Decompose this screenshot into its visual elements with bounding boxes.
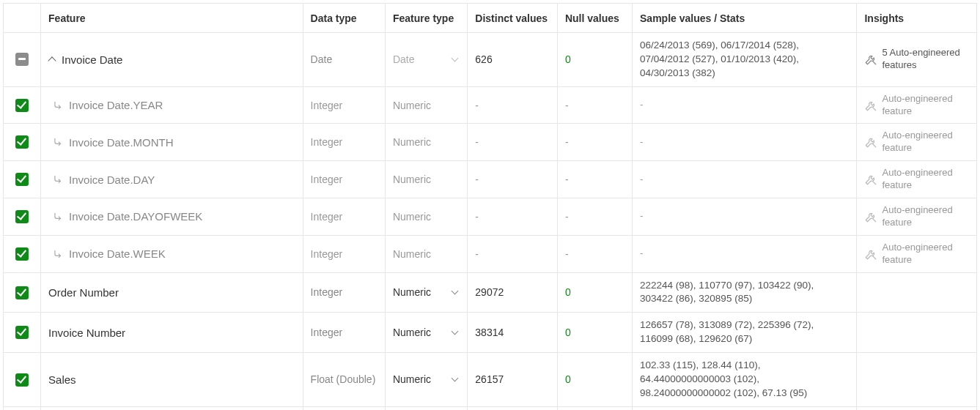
sample-values-cell: - [633,198,857,236]
table-row: Invoice Date.DAYIntegerNumeric---Auto-en… [4,161,977,198]
sample-values-cell: - [633,86,857,124]
feature-name-label: Invoice Date [62,53,122,66]
col-insights: Insights [857,4,977,33]
feature-cell: Invoice Date.DAY [41,161,303,198]
table-row: Invoice Date.MONTHIntegerNumeric---Auto-… [4,124,977,161]
insight-badge: Auto-engineered feature [864,167,969,192]
distinct-values-cell: 29072 [468,272,558,313]
table-row: Invoice NumberIntegerNumeric383140126657… [4,313,977,353]
insight-text: Auto-engineered feature [882,242,969,266]
null-values-cell: 0 [557,272,632,313]
table-row: Order NumberIntegerNumeric290720222244 (… [4,272,977,313]
insight-badge: Auto-engineered feature [864,130,969,154]
data-type-cell: Integer [303,235,385,272]
feature-type-cell[interactable]: Numeric [385,353,467,407]
feature-type-cell[interactable]: Numeric [385,313,467,353]
insights-cell: Auto-engineered feature [857,86,977,124]
feature-type-cell[interactable]: Numeric [385,406,467,410]
feature-name-label: Sales [48,373,76,386]
sub-arrow-icon [53,212,63,222]
row-checkbox[interactable] [15,135,29,149]
row-checkbox[interactable] [15,326,29,339]
feature-name-label: Invoice Date.MONTH [69,136,174,149]
feature-type-label: Numeric [393,136,431,148]
feature-cell: Invoice Date.WEEK [41,235,303,272]
feature-type-select[interactable]: Numeric [393,373,460,385]
row-checkbox[interactable] [15,99,29,112]
table-row: Invoice Date.WEEKIntegerNumeric---Auto-e… [4,235,977,272]
feature-type-label: Numeric [393,211,431,223]
feature-name-label: Invoice Date.DAYOFWEEK [69,210,202,223]
insights-cell [857,406,977,410]
row-checkbox[interactable] [15,247,29,261]
null-values-cell: - [557,86,632,124]
null-values-cell: - [557,198,632,236]
feature-type-select[interactable]: Date [393,53,460,65]
insights-cell [857,313,977,353]
null-values-cell: 0 [557,406,632,410]
null-values-cell: 0 [557,313,632,353]
row-select-cell [4,198,41,236]
col-nulls: Null values [557,4,632,33]
insight-text: Auto-engineered feature [882,167,969,192]
feature-cell: Invoice Date.MONTH [41,124,303,161]
distinct-values-cell: - [468,198,558,236]
feature-type-label: Numeric [393,248,431,260]
expand-caret-icon[interactable] [48,56,56,63]
feature-type-select[interactable]: Numeric [393,327,460,338]
sub-arrow-icon [53,100,63,111]
row-checkbox[interactable] [15,53,29,66]
feature-type-select[interactable]: Numeric [393,286,460,298]
feature-cell: Order Number [41,272,303,313]
feature-type-label: Numeric [393,373,431,385]
insight-badge: 5 Auto-engineered features [864,47,969,72]
row-checkbox[interactable] [15,210,29,223]
col-distinct: Distinct values [468,4,558,33]
sample-values-cell: 102.33 (115), 128.44 (110), 64.440000000… [633,353,857,407]
distinct-values-cell: 26157 [468,353,558,407]
feature-type-cell: Numeric [385,235,467,272]
feature-name-label: Invoice Date.WEEK [69,247,166,260]
data-type-cell: Integer [303,272,385,313]
null-values-cell: - [557,161,632,198]
feature-type-label: Date [393,53,415,65]
feature-type-cell[interactable]: Numeric [385,272,467,313]
feature-type-label: Numeric [393,327,431,338]
distinct-values-cell: - [468,235,558,272]
row-select-cell [4,313,41,353]
col-feature-type: Feature type [385,4,467,33]
feature-type-label: Numeric [393,174,431,185]
row-select-cell [4,33,41,87]
table-row: Invoice Date.DAYOFWEEKIntegerNumeric---A… [4,198,977,236]
row-select-cell [4,406,41,410]
feature-name-label: Invoice Date.DAY [69,174,155,186]
data-type-cell: Integer [303,313,385,353]
feature-cell: Invoice Date.DAYOFWEEK [41,198,303,236]
null-values-cell: 0 [557,353,632,407]
wrench-icon [864,247,877,261]
distinct-values-cell: - [468,86,558,124]
distinct-values-cell: 38314 [468,313,558,353]
row-checkbox[interactable] [15,173,29,186]
chevron-down-icon [451,55,460,64]
col-sample: Sample values / Stats [633,4,857,33]
sub-arrow-icon [53,249,63,259]
sample-values-cell: 1 (47226), 2 (17740), 3 (6378), 4 (4520)… [633,406,857,410]
data-type-cell: Integer [303,86,385,124]
sample-values-cell: - [633,124,857,161]
row-checkbox[interactable] [15,373,29,387]
sub-arrow-icon [53,174,63,184]
insight-text: Auto-engineered feature [882,93,969,118]
row-select-cell [4,161,41,198]
data-type-cell: Float (Double) [303,406,385,410]
feature-name-label: Invoice Number [48,327,125,339]
wrench-icon [864,210,877,223]
sample-values-cell: 126657 (78), 313089 (72), 225396 (72), 1… [633,313,857,353]
table-row: Invoice Date.YEARIntegerNumeric---Auto-e… [4,86,977,124]
feature-cell: Invoice Date.YEAR [41,86,303,124]
insights-cell [857,353,977,407]
features-table: Feature Data type Feature type Distinct … [3,3,977,410]
feature-type-cell[interactable]: Date [385,33,467,87]
col-data-type: Data type [303,4,385,33]
row-checkbox[interactable] [15,286,29,299]
